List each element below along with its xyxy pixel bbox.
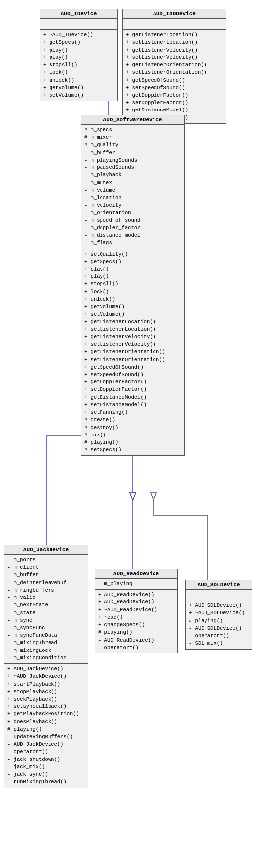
aud-readdevice-methods: + AUD_ReadDevice() + AUD_ReadDevice() + … [95, 590, 177, 653]
aud-i3ddevice-box: AUD_I3DDevice + getListenerLocation() + … [122, 9, 226, 124]
aud-jackdevice-box: AUD_JackDevice - m_ports - m_client - m_… [4, 545, 88, 788]
aud-softwaredevice-methods: + setQuality() + getSpecs() + play() + p… [81, 249, 184, 456]
aud-jackdevice-methods: + AUD_JackDevice() + ~AUD_JackDevice() +… [4, 664, 88, 788]
aud-readdevice-title: AUD_ReadDevice [95, 569, 177, 579]
aud-sdldevice-title: AUD_SDLDevice [186, 580, 252, 590]
aud-readdevice-attrs: - m_playing [95, 579, 177, 590]
aud-softwaredevice-box: AUD_SoftwareDevice # m_specs # m_mixer #… [81, 115, 185, 456]
aud-softwaredevice-title: AUD_SoftwareDevice [81, 115, 184, 125]
aud-i3ddevice-title: AUD_I3DDevice [123, 9, 226, 19]
aud-idevice-attrs [40, 19, 117, 30]
aud-i3ddevice-methods: + getListenerLocation() + setListenerLoc… [123, 30, 226, 123]
aud-idevice-title: AUD_IDevice [40, 9, 117, 19]
aud-sdldevice-box: AUD_SDLDevice + AUD_SDLDevice() + ~AUD_S… [185, 580, 252, 650]
aud-softwaredevice-attrs: # m_specs # m_mixer # m_quality - m_buff… [81, 125, 184, 249]
aud-idevice-methods: + ~AUD_IDevice() + getSpecs() + play() +… [40, 30, 117, 101]
aud-idevice-box: AUD_IDevice + ~AUD_IDevice() + getSpecs(… [40, 9, 118, 101]
aud-readdevice-box: AUD_ReadDevice - m_playing + AUD_ReadDev… [95, 569, 178, 653]
aud-i3ddevice-attrs [123, 19, 226, 30]
aud-sdldevice-methods: + AUD_SDLDevice() + ~AUD_SDLDevice() # p… [186, 600, 252, 649]
svg-marker-3 [130, 493, 136, 500]
diagram-container: AUD_IDevice + ~AUD_IDevice() + getSpecs(… [0, 0, 256, 868]
aud-jackdevice-attrs: - m_ports - m_client - m_buffer - m_dein… [4, 555, 88, 664]
m-velocity-line: - m_velocity [84, 202, 181, 209]
m-location-line: - m_location [84, 194, 181, 202]
svg-marker-2 [130, 493, 136, 500]
aud-jackdevice-title: AUD_JackDevice [4, 545, 88, 555]
aud-sdldevice-attrs [186, 590, 252, 600]
svg-marker-4 [151, 493, 156, 500]
